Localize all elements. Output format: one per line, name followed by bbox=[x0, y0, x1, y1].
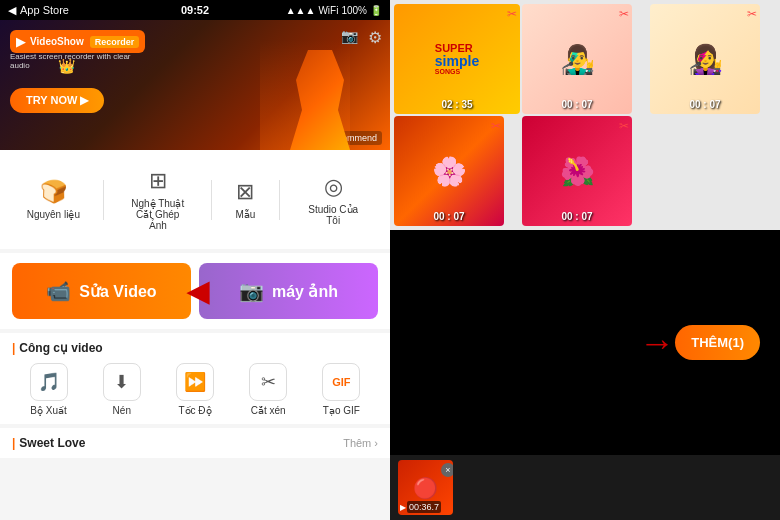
cu-bo-xuat[interactable]: 🎵 Bộ Xuất bbox=[30, 363, 68, 416]
nghe-thuat-icon: ⊞ bbox=[149, 168, 167, 194]
battery-icon: 🔋 bbox=[370, 5, 382, 16]
battery-label: 100% bbox=[341, 5, 367, 16]
status-left: ◀ App Store bbox=[8, 4, 69, 17]
tool-mau[interactable]: ⊠ Mẫu bbox=[236, 179, 256, 220]
left-panel: ◀ App Store 09:52 ▲▲▲ WiFi 100% 🔋 ▶ Vide… bbox=[0, 0, 390, 520]
camera-video-icon: 📹 bbox=[46, 279, 71, 303]
tool-nguyen-lieu[interactable]: 🍞 Nguyên liệu bbox=[27, 179, 80, 220]
studio-icon: ◎ bbox=[324, 174, 343, 200]
mau-label: Mẫu bbox=[236, 209, 256, 220]
strip-thumbnail[interactable]: 🔴 × ▶ 00:36.7 bbox=[398, 460, 453, 515]
them-button[interactable]: THÊM(1) bbox=[675, 325, 760, 360]
camera-icon: 📷 bbox=[341, 28, 358, 44]
mau-icon: ⊠ bbox=[236, 179, 254, 205]
status-bar: ◀ App Store 09:52 ▲▲▲ WiFi 100% 🔋 bbox=[0, 0, 390, 20]
video-thumb-flower1[interactable]: 00 : 07 ✂ bbox=[394, 116, 504, 226]
back-icon[interactable]: ◀ bbox=[8, 4, 16, 17]
person1-duration: 00 : 07 bbox=[561, 99, 592, 110]
bo-xuat-label: Bộ Xuất bbox=[30, 405, 66, 416]
video-grid: SUPER simple SONGS 02 : 35 ✂ 👨‍🎤 00 : 07… bbox=[390, 0, 780, 230]
may-anh-button[interactable]: 📷 máy ảnh bbox=[199, 263, 378, 319]
them-arrow-icon: → bbox=[639, 322, 675, 364]
cu-cat-xen[interactable]: ✂ Cắt xén bbox=[249, 363, 287, 416]
video-thumb-supersimple[interactable]: SUPER simple SONGS 02 : 35 ✂ bbox=[394, 4, 520, 114]
tao-gif-label: Tạo GIF bbox=[323, 405, 360, 416]
tao-gif-icon: GIF bbox=[322, 363, 360, 401]
tool-divider-2 bbox=[211, 180, 212, 220]
cong-cu-section: Công cụ video 🎵 Bộ Xuất ⬇ Nén ⏩ Tốc Độ ✂… bbox=[0, 333, 390, 424]
cu-tao-gif[interactable]: GIF Tạo GIF bbox=[322, 363, 360, 416]
photo-icon: 📷 bbox=[239, 279, 264, 303]
studio-label: Studio Của Tôi bbox=[303, 204, 363, 226]
nguyen-lieu-label: Nguyên liệu bbox=[27, 209, 80, 220]
banner-logo: ▶ VideoShow Recorder bbox=[10, 30, 145, 53]
bo-xuat-icon: 🎵 bbox=[30, 363, 68, 401]
cong-cu-title: Công cụ video bbox=[12, 341, 378, 355]
banner-logo-text: VideoShow bbox=[30, 36, 84, 47]
sua-video-button[interactable]: 📹 Sửa Video ◀ bbox=[12, 263, 191, 319]
status-right: ▲▲▲ WiFi 100% 🔋 bbox=[286, 5, 382, 16]
black-area: → THÊM(1) bbox=[390, 230, 780, 455]
strip-duration: 00:36.7 bbox=[407, 501, 441, 513]
wifi-icon: WiFi bbox=[318, 5, 338, 16]
sweet-love-title: Sweet Love bbox=[12, 436, 85, 450]
cat-xen-label: Cắt xén bbox=[251, 405, 286, 416]
nen-label: Nén bbox=[113, 405, 131, 416]
strip-close-button[interactable]: × bbox=[441, 463, 453, 477]
cu-toc-do[interactable]: ⏩ Tốc Độ bbox=[176, 363, 214, 416]
flower2-duration: 00 : 07 bbox=[561, 211, 592, 222]
crown-icon: 👑 bbox=[58, 58, 75, 74]
bottom-strip: 🔴 × ▶ 00:36.7 bbox=[390, 455, 780, 520]
nguyen-lieu-icon: 🍞 bbox=[40, 179, 67, 205]
signal-icon: ▲▲▲ bbox=[286, 5, 316, 16]
may-anh-label: máy ảnh bbox=[272, 282, 338, 301]
person1-image: 👨‍🎤 bbox=[560, 43, 595, 76]
person2-image: 👩‍🎤 bbox=[688, 43, 723, 76]
tools-grid: 🍞 Nguyên liệu ⊞ Nghệ Thuật Cắt Ghép Ảnh … bbox=[15, 160, 375, 239]
person2-duration: 00 : 07 bbox=[689, 99, 720, 110]
video-thumb-flower2[interactable]: 🌺 00 : 07 ✂ bbox=[522, 116, 632, 226]
them-link[interactable]: Thêm › bbox=[343, 437, 378, 449]
scissor-icon-4: ✂ bbox=[491, 119, 501, 133]
strip-duration-row: ▶ 00:36.7 bbox=[400, 501, 441, 513]
toc-do-icon: ⏩ bbox=[176, 363, 214, 401]
nghe-thuat-label: Nghệ Thuật Cắt Ghép Ảnh bbox=[128, 198, 188, 231]
status-time: 09:52 bbox=[181, 4, 209, 16]
scissor-icon-5: ✂ bbox=[619, 119, 629, 133]
scissor-icon-3: ✂ bbox=[747, 7, 757, 21]
them-container: → THÊM(1) bbox=[639, 322, 760, 364]
video-icon: ▶ bbox=[16, 34, 26, 49]
cat-xen-icon: ✂ bbox=[249, 363, 287, 401]
toc-do-label: Tốc Độ bbox=[178, 405, 211, 416]
scissor-icon-1: ✂ bbox=[507, 7, 517, 21]
nen-icon: ⬇ bbox=[103, 363, 141, 401]
gear-icon[interactable]: ⚙ bbox=[368, 28, 382, 47]
tool-nghe-thuat[interactable]: ⊞ Nghệ Thuật Cắt Ghép Ảnh bbox=[128, 168, 188, 231]
flower1-duration: 00 : 07 bbox=[433, 211, 464, 222]
sweet-love-section: Sweet Love Thêm › bbox=[0, 428, 390, 458]
flower2-image: 🌺 bbox=[560, 155, 595, 188]
banner-tagline: Easiest screen recorder with clear audio bbox=[10, 52, 140, 70]
right-panel: SUPER simple SONGS 02 : 35 ✂ 👨‍🎤 00 : 07… bbox=[390, 0, 780, 520]
supersimple-icon: SUPER simple SONGS bbox=[435, 43, 479, 75]
banner: ▶ VideoShow Recorder Easiest screen reco… bbox=[0, 20, 390, 150]
left-arrow-indicator: ◀ bbox=[187, 275, 209, 308]
banner-figure bbox=[260, 40, 350, 150]
recorder-badge: Recorder bbox=[90, 36, 140, 48]
sua-video-label: Sửa Video bbox=[79, 282, 156, 301]
tools-section: 🍞 Nguyên liệu ⊞ Nghệ Thuật Cắt Ghép Ảnh … bbox=[0, 150, 390, 249]
video-thumb-person2[interactable]: 👩‍🎤 00 : 07 ✂ bbox=[650, 4, 760, 114]
strip-thumb-image: 🔴 bbox=[413, 476, 438, 500]
supersimple-duration: 02 : 35 bbox=[441, 99, 472, 110]
cong-cu-grid: 🎵 Bộ Xuất ⬇ Nén ⏩ Tốc Độ ✂ Cắt xén GIF T… bbox=[12, 363, 378, 416]
tool-divider-1 bbox=[103, 180, 104, 220]
tool-studio[interactable]: ◎ Studio Của Tôi bbox=[303, 174, 363, 226]
scissor-icon-2: ✂ bbox=[619, 7, 629, 21]
carrier-label: App Store bbox=[20, 4, 69, 16]
action-buttons: 📹 Sửa Video ◀ 📷 máy ảnh bbox=[0, 253, 390, 329]
video-thumb-person1[interactable]: 👨‍🎤 00 : 07 ✂ bbox=[522, 4, 632, 114]
tool-divider-3 bbox=[279, 180, 280, 220]
try-now-button[interactable]: TRY NOW ▶ bbox=[10, 88, 104, 113]
video-small-icon: ▶ bbox=[400, 503, 406, 512]
cu-nen[interactable]: ⬇ Nén bbox=[103, 363, 141, 416]
